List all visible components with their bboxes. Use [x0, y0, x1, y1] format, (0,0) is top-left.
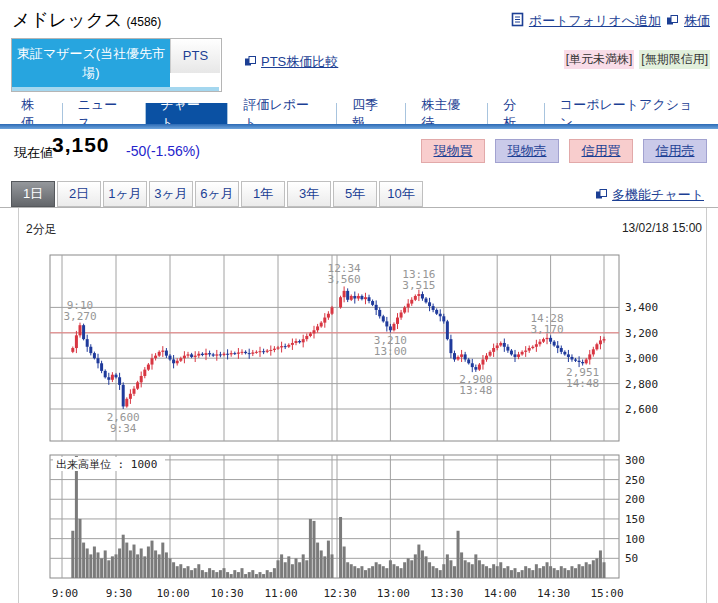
svg-text:250: 250	[625, 474, 645, 487]
svg-text:3,270: 3,270	[63, 310, 96, 323]
market-tab-tse-mothers[interactable]: 東証マザーズ(当社優先市場)	[12, 39, 170, 87]
svg-text:3,515: 3,515	[402, 279, 435, 292]
svg-text:10:30: 10:30	[210, 587, 243, 600]
pts-compare: PTS株価比較	[244, 53, 338, 71]
market-tab-box: 東証マザーズ(当社優先市場) PTS	[11, 38, 222, 92]
svg-text:2,800: 2,800	[625, 378, 658, 391]
svg-text:9:34: 9:34	[110, 422, 137, 435]
svg-text:13:00: 13:00	[377, 587, 410, 600]
tab-news[interactable]: ニュース	[62, 103, 145, 124]
margin-sell-button[interactable]: 信用売	[643, 139, 707, 163]
svg-text:100: 100	[625, 533, 645, 546]
tab-report[interactable]: 評価レポート	[227, 103, 336, 124]
order-buttons: 現物買 現物売 信用買 信用売	[421, 139, 707, 163]
tab-analysis[interactable]: 分析	[487, 103, 544, 124]
nav-tabs: 株価 ニュース チャート 評価レポート 四季報 株主優待 分析 コーポレートアク…	[0, 103, 718, 124]
stock-code: (4586)	[127, 15, 162, 29]
svg-text:3,560: 3,560	[328, 273, 361, 286]
trade-badges: [単元未満株] [無期限信用]	[564, 50, 710, 69]
open-margin-badge: [無期限信用]	[639, 50, 710, 69]
margin-sell-label: 信用売	[656, 142, 695, 160]
cash-sell-label: 現物売	[508, 142, 547, 160]
top-links: ポートフォリオへ追加 株価	[511, 12, 710, 30]
odd-lot-badge: [単元未満株]	[564, 50, 635, 69]
svg-text:9:00: 9:00	[52, 587, 79, 600]
page-title: メドレックス(4586)	[12, 8, 161, 32]
x-axis-labels: 9:009:3010:0010:3011:0012:3013:0013:3014…	[52, 587, 624, 600]
pts-compare-link[interactable]: PTS株価比較	[261, 53, 338, 71]
window-icon	[595, 188, 608, 203]
svg-text:3,400: 3,400	[625, 301, 658, 314]
svg-text:300: 300	[625, 454, 645, 467]
svg-text:13:48: 13:48	[459, 384, 492, 397]
svg-text:14:00: 14:00	[484, 587, 517, 600]
portfolio-icon	[511, 12, 524, 30]
window-icon	[666, 14, 679, 29]
svg-text:2,600: 2,600	[625, 403, 658, 416]
tab-shikiho[interactable]: 四季報	[336, 103, 405, 124]
tab-chart[interactable]: チャート	[145, 103, 228, 124]
current-price: 3,150	[52, 133, 110, 157]
svg-text:14:48: 14:48	[566, 377, 599, 390]
svg-text:12:30: 12:30	[323, 587, 356, 600]
window-icon	[244, 55, 257, 70]
margin-buy-button[interactable]: 信用買	[569, 139, 633, 163]
svg-text:3,170: 3,170	[530, 323, 563, 336]
volume-unit-label: 出来高単位 : 1000	[56, 458, 157, 471]
svg-text:200: 200	[625, 493, 645, 506]
svg-text:150: 150	[625, 513, 645, 526]
price-change: -50(-1.56%)	[126, 143, 200, 159]
multi-chart: 多機能チャート	[595, 186, 704, 204]
add-to-portfolio-link[interactable]: ポートフォリオへ追加	[529, 12, 661, 30]
volume-bars	[71, 456, 605, 578]
svg-text:9:30: 9:30	[106, 587, 133, 600]
tab-yutai[interactable]: 株主優待	[405, 103, 487, 124]
tab-corporate-action[interactable]: コーポレートアクション	[544, 103, 718, 124]
margin-buy-label: 信用買	[582, 142, 621, 160]
stock-name: メドレックス	[12, 10, 123, 30]
svg-text:10:00: 10:00	[156, 587, 189, 600]
price-volume-chart: 3,4003,2003,0002,8002,600300250200150100…	[0, 204, 718, 603]
cash-buy-label: 現物買	[434, 142, 473, 160]
market-tab-pts[interactable]: PTS	[170, 39, 220, 73]
svg-text:13:30: 13:30	[430, 587, 463, 600]
cash-sell-button[interactable]: 現物売	[495, 139, 559, 163]
tab-kabuka[interactable]: 株価	[6, 103, 62, 124]
multi-chart-link[interactable]: 多機能チャート	[612, 186, 704, 204]
y-axis-labels: 3,4003,2003,0002,8002,600300250200150100…	[625, 301, 658, 565]
svg-text:13:00: 13:00	[374, 345, 407, 358]
kabuka-link[interactable]: 株価	[684, 12, 710, 30]
svg-text:15:00: 15:00	[590, 587, 623, 600]
candles	[71, 286, 605, 409]
svg-text:3,200: 3,200	[625, 327, 658, 340]
vertical-grid	[62, 255, 604, 578]
svg-text:11:00: 11:00	[264, 587, 297, 600]
svg-text:50: 50	[625, 552, 638, 565]
svg-text:14:30: 14:30	[537, 587, 570, 600]
current-price-label: 現在値	[14, 144, 53, 162]
svg-text:3,000: 3,000	[625, 352, 658, 365]
nav-underline	[0, 124, 718, 129]
svg-text:出来高単位 : 1000: 出来高単位 : 1000	[56, 458, 157, 471]
market-tab-underline	[12, 87, 219, 91]
cash-buy-button[interactable]: 現物買	[421, 139, 485, 163]
